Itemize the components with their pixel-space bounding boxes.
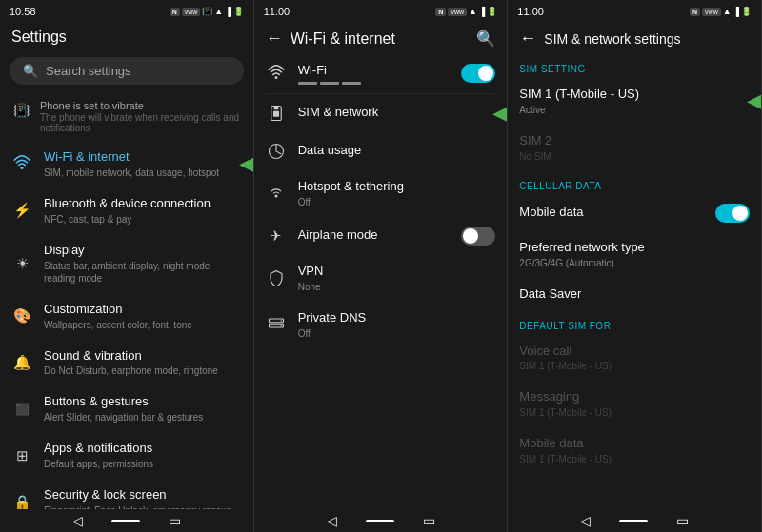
notification-item: 📳 Phone is set to vibrate The phone will… bbox=[0, 92, 253, 141]
hotspot-subtitle: Off bbox=[298, 196, 496, 208]
wifi-internet-title: Wi-Fi & internet bbox=[44, 149, 242, 166]
settings-item-sim1[interactable]: SIM 1 (T-Mobile - US) Active ◀ bbox=[508, 78, 761, 125]
settings-item-data-saver[interactable]: Data Saver bbox=[508, 278, 761, 311]
settings-item-hotspot[interactable]: Hotspot & tethering Off bbox=[254, 170, 508, 217]
settings-item-apps[interactable]: ⊞ Apps & notifications Default apps, per… bbox=[0, 432, 253, 479]
sim2-subtitle: No SIM bbox=[519, 150, 750, 163]
wifi-icon bbox=[11, 153, 32, 174]
back-nav-btn-3[interactable]: ◁ bbox=[580, 513, 591, 528]
settings-item-bluetooth[interactable]: ⚡ Bluetooth & device connection NFC, cas… bbox=[0, 187, 253, 234]
panel-title-1: Settings bbox=[11, 29, 67, 45]
settings-item-wifi-internet[interactable]: Wi-Fi & internet SIM, mobile network, da… bbox=[0, 141, 253, 187]
battery-icon-2: 🔋 bbox=[487, 7, 497, 16]
nav-bar-3: ◁ ▭ bbox=[508, 509, 761, 532]
home-dot-1 bbox=[111, 520, 140, 522]
settings-item-sim2: SIM 2 No SIM bbox=[508, 125, 761, 171]
panel-header-2: ← Wi-Fi & internet 🔍 bbox=[254, 21, 508, 54]
mobile-data-toggle-knob bbox=[732, 206, 748, 221]
hotspot-icon bbox=[266, 183, 287, 204]
sound-icon: 🔔 bbox=[11, 352, 32, 373]
sim-icon bbox=[266, 103, 287, 124]
settings-item-data-usage[interactable]: Data usage bbox=[254, 132, 508, 170]
back-arrow-3[interactable]: ← bbox=[519, 29, 536, 49]
section-label-cellular: CELLULAR DATA bbox=[508, 171, 761, 195]
search-icon: 🔍 bbox=[23, 64, 38, 78]
home-dot-3 bbox=[619, 520, 648, 522]
sound-title: Sound & vibration bbox=[44, 348, 242, 365]
settings-item-vpn[interactable]: VPN None bbox=[254, 255, 508, 302]
notif-title: Phone is set to vibrate bbox=[40, 100, 242, 111]
nfc-badge-2: N bbox=[435, 8, 446, 16]
search-placeholder: Search settings bbox=[46, 64, 131, 78]
sim2-title: SIM 2 bbox=[519, 133, 750, 149]
settings-list-2: Wi-Fi SIM & network bbox=[254, 54, 508, 509]
status-time-1: 10:58 bbox=[10, 6, 36, 17]
hotspot-title: Hotspot & tethering bbox=[298, 179, 496, 195]
recents-nav-btn-1[interactable]: ▭ bbox=[169, 513, 181, 528]
airplane-toggle-knob bbox=[463, 228, 478, 244]
preferred-network-title: Preferred network type bbox=[519, 240, 750, 256]
settings-item-preferred-network[interactable]: Preferred network type 2G/3G/4G (Automat… bbox=[508, 231, 761, 278]
security-subtitle: Fingerprint, Face Unlock, emergency resc… bbox=[44, 504, 242, 509]
airplane-icon: ✈ bbox=[266, 226, 287, 246]
apps-icon: ⊞ bbox=[11, 445, 32, 466]
settings-item-messaging: Messaging SIM 1 (T-Mobile - US) bbox=[508, 381, 761, 427]
wifi-toggle[interactable] bbox=[461, 64, 495, 83]
data-usage-icon bbox=[266, 141, 287, 162]
back-nav-btn-2[interactable]: ◁ bbox=[327, 513, 337, 528]
settings-item-security[interactable]: 🔒 Security & lock screen Fingerprint, Fa… bbox=[0, 479, 253, 509]
status-time-2: 11:00 bbox=[264, 6, 291, 17]
buttons-title: Buttons & gestures bbox=[44, 394, 242, 410]
status-bar-1: 10:58 N vww 📳 ▲ ▐ 🔋 bbox=[0, 0, 253, 21]
airplane-toggle[interactable] bbox=[461, 227, 495, 246]
recents-nav-btn-2[interactable]: ▭ bbox=[423, 513, 435, 528]
vpn-subtitle: None bbox=[298, 281, 496, 293]
vpn-title: VPN bbox=[298, 264, 496, 280]
svg-point-0 bbox=[21, 167, 24, 169]
search-icon-header-2[interactable]: 🔍 bbox=[476, 30, 495, 48]
search-bar[interactable]: 🔍 Search settings bbox=[10, 57, 244, 85]
green-arrow-sim1: ◀ bbox=[747, 90, 761, 111]
sim-network-settings-panel: 11:00 N vww ▲ ▐ 🔋 ← SIM & network settin… bbox=[508, 0, 762, 532]
signal-icon: ▐ bbox=[225, 7, 231, 16]
bluetooth-icon: ⚡ bbox=[11, 200, 32, 221]
svg-rect-3 bbox=[273, 111, 279, 117]
settings-item-voice-call: Voice call SIM 1 (T-Mobile - US) bbox=[508, 335, 761, 382]
settings-item-mobile-data[interactable]: Mobile data bbox=[508, 195, 761, 231]
buttons-subtitle: Alert Slider, navigation bar & gestures bbox=[44, 411, 242, 424]
dns-title: Private DNS bbox=[298, 310, 496, 326]
customization-subtitle: Wallpapers, accent color, font, tone bbox=[44, 319, 242, 331]
settings-list-3: SIM SETTING SIM 1 (T-Mobile - US) Active… bbox=[508, 54, 761, 509]
settings-item-buttons[interactable]: ⬛ Buttons & gestures Alert Slider, navig… bbox=[0, 385, 253, 432]
settings-item-display[interactable]: ☀ Display Status bar, ambient display, n… bbox=[0, 234, 253, 293]
customization-title: Customization bbox=[44, 302, 242, 318]
settings-item-customization[interactable]: 🎨 Customization Wallpapers, accent color… bbox=[0, 293, 253, 340]
back-nav-btn-1[interactable]: ◁ bbox=[72, 513, 83, 528]
settings-item-dns[interactable]: Private DNS Off bbox=[254, 302, 508, 348]
mobile-data-toggle[interactable] bbox=[715, 204, 750, 223]
status-icons-3: N vww ▲ ▐ 🔋 bbox=[690, 7, 752, 16]
messaging-title: Messaging bbox=[519, 389, 750, 405]
status-icons-1: N vww 📳 ▲ ▐ 🔋 bbox=[170, 7, 244, 16]
battery-icon: 🔋 bbox=[233, 7, 244, 16]
status-icons-2: N vww ▲ ▐ 🔋 bbox=[435, 7, 497, 16]
settings-item-sim-network[interactable]: SIM & network ◀ bbox=[254, 94, 508, 132]
settings-item-sound[interactable]: 🔔 Sound & vibration Do Not Disturb, earp… bbox=[0, 340, 253, 386]
security-title: Security & lock screen bbox=[44, 487, 242, 503]
nfc-badge-3: N bbox=[690, 8, 700, 16]
settings-item-wifi[interactable]: Wi-Fi bbox=[254, 54, 508, 93]
arrow-annotation-sim: ◀ bbox=[492, 103, 507, 124]
signal-icon-3: ▐ bbox=[733, 7, 739, 16]
settings-item-airplane[interactable]: ✈ Airplane mode bbox=[254, 217, 508, 255]
main-settings-panel: 10:58 N vww 📳 ▲ ▐ 🔋 Settings 🔍 Search se… bbox=[0, 0, 254, 532]
mobile-data-title: Mobile data bbox=[519, 205, 704, 221]
wifi-status-icon-3: ▲ bbox=[723, 7, 732, 16]
customization-icon: 🎨 bbox=[11, 305, 32, 326]
voice-call-title: Voice call bbox=[519, 344, 750, 360]
settings-list-1: Wi-Fi & internet SIM, mobile network, da… bbox=[0, 141, 253, 509]
settings-item-mobile-data-sim: Mobile data SIM 1 (T-Mobile - US) bbox=[508, 427, 761, 474]
recents-nav-btn-3[interactable]: ▭ bbox=[676, 513, 689, 528]
panel-header-3: ← SIM & network settings bbox=[508, 21, 761, 54]
svg-point-9 bbox=[280, 325, 282, 326]
back-arrow-2[interactable]: ← bbox=[266, 29, 283, 49]
